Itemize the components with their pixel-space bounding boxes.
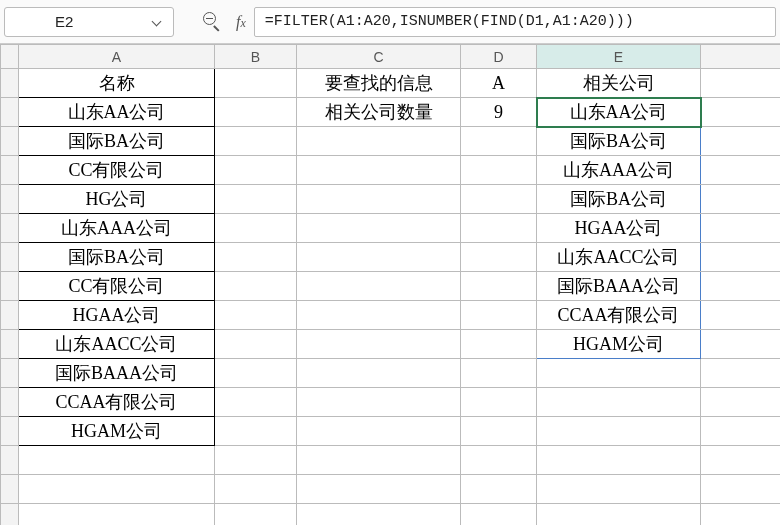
row-header[interactable] [1,127,19,156]
cell-E8[interactable]: 国际BAAA公司 [537,272,701,301]
cell-C16[interactable] [297,504,461,526]
col-header-B[interactable]: B [215,45,297,69]
cell-F13[interactable] [701,417,781,446]
row-header[interactable] [1,214,19,243]
cell-A2[interactable]: 山东AA公司 [19,98,215,127]
cell-D15[interactable] [461,475,537,504]
cell-B10[interactable] [215,330,297,359]
zoom-out-icon[interactable] [202,11,224,33]
cell-D13[interactable] [461,417,537,446]
cell-E7[interactable]: 山东AACC公司 [537,243,701,272]
cell-C7[interactable] [297,243,461,272]
cell-A16[interactable] [19,504,215,526]
cell-B13[interactable] [215,417,297,446]
cell-E6[interactable]: HGAA公司 [537,214,701,243]
cell-D12[interactable] [461,388,537,417]
row-header[interactable] [1,417,19,446]
cell-C2[interactable]: 相关公司数量 [297,98,461,127]
col-header-E[interactable]: E [537,45,701,69]
cell-F5[interactable] [701,185,781,214]
col-header-A[interactable]: A [19,45,215,69]
cell-D9[interactable] [461,301,537,330]
row-header[interactable] [1,185,19,214]
fx-icon[interactable]: fx [236,13,246,31]
cell-D6[interactable] [461,214,537,243]
cell-B8[interactable] [215,272,297,301]
cell-B2[interactable] [215,98,297,127]
cell-C9[interactable] [297,301,461,330]
cell-E9[interactable]: CCAA有限公司 [537,301,701,330]
cell-E1[interactable]: 相关公司 [537,69,701,98]
cell-A5[interactable]: HG公司 [19,185,215,214]
cell-B11[interactable] [215,359,297,388]
cell-E10[interactable]: HGAM公司 [537,330,701,359]
cell-E15[interactable] [537,475,701,504]
cell-D8[interactable] [461,272,537,301]
row-header[interactable] [1,504,19,526]
cell-A1[interactable]: 名称 [19,69,215,98]
row-header[interactable] [1,156,19,185]
cell-C6[interactable] [297,214,461,243]
cell-C4[interactable] [297,156,461,185]
cell-A6[interactable]: 山东AAA公司 [19,214,215,243]
cell-B1[interactable] [215,69,297,98]
cell-C10[interactable] [297,330,461,359]
cell-F6[interactable] [701,214,781,243]
cell-F16[interactable] [701,504,781,526]
cell-B7[interactable] [215,243,297,272]
cell-B5[interactable] [215,185,297,214]
cell-A7[interactable]: 国际BA公司 [19,243,215,272]
cell-D3[interactable] [461,127,537,156]
cell-F9[interactable] [701,301,781,330]
cell-E5[interactable]: 国际BA公司 [537,185,701,214]
cell-E3[interactable]: 国际BA公司 [537,127,701,156]
cell-E16[interactable] [537,504,701,526]
cell-A10[interactable]: 山东AACC公司 [19,330,215,359]
cell-E11[interactable] [537,359,701,388]
cell-D11[interactable] [461,359,537,388]
formula-input[interactable]: =FILTER(A1:A20,ISNUMBER(FIND(D1,A1:A20))… [254,7,776,37]
cell-F11[interactable] [701,359,781,388]
cell-A12[interactable]: CCAA有限公司 [19,388,215,417]
row-header[interactable] [1,475,19,504]
cell-C5[interactable] [297,185,461,214]
chevron-down-icon[interactable] [153,16,165,28]
cell-E4[interactable]: 山东AAA公司 [537,156,701,185]
cell-F15[interactable] [701,475,781,504]
cell-F8[interactable] [701,272,781,301]
row-header[interactable] [1,243,19,272]
cell-C14[interactable] [297,446,461,475]
cell-E12[interactable] [537,388,701,417]
cell-E2[interactable]: 山东AA公司 [537,98,701,127]
cell-reference-box[interactable]: E2 [4,7,174,37]
cell-D16[interactable] [461,504,537,526]
cell-D7[interactable] [461,243,537,272]
cell-B3[interactable] [215,127,297,156]
cell-A9[interactable]: HGAA公司 [19,301,215,330]
cell-F3[interactable] [701,127,781,156]
cell-D1[interactable]: A [461,69,537,98]
col-header-F[interactable] [701,45,781,69]
row-header[interactable] [1,301,19,330]
cell-F12[interactable] [701,388,781,417]
cell-C15[interactable] [297,475,461,504]
cell-D14[interactable] [461,446,537,475]
cell-F14[interactable] [701,446,781,475]
cell-B16[interactable] [215,504,297,526]
cell-B4[interactable] [215,156,297,185]
cell-D2[interactable]: 9 [461,98,537,127]
cell-C1[interactable]: 要查找的信息 [297,69,461,98]
cell-E13[interactable] [537,417,701,446]
row-header[interactable] [1,69,19,98]
row-header[interactable] [1,388,19,417]
cell-D5[interactable] [461,185,537,214]
cell-A3[interactable]: 国际BA公司 [19,127,215,156]
cell-A14[interactable] [19,446,215,475]
select-all-corner[interactable] [1,45,19,69]
cell-C13[interactable] [297,417,461,446]
cell-F7[interactable] [701,243,781,272]
cell-B15[interactable] [215,475,297,504]
cell-B14[interactable] [215,446,297,475]
cell-C8[interactable] [297,272,461,301]
cell-A4[interactable]: CC有限公司 [19,156,215,185]
